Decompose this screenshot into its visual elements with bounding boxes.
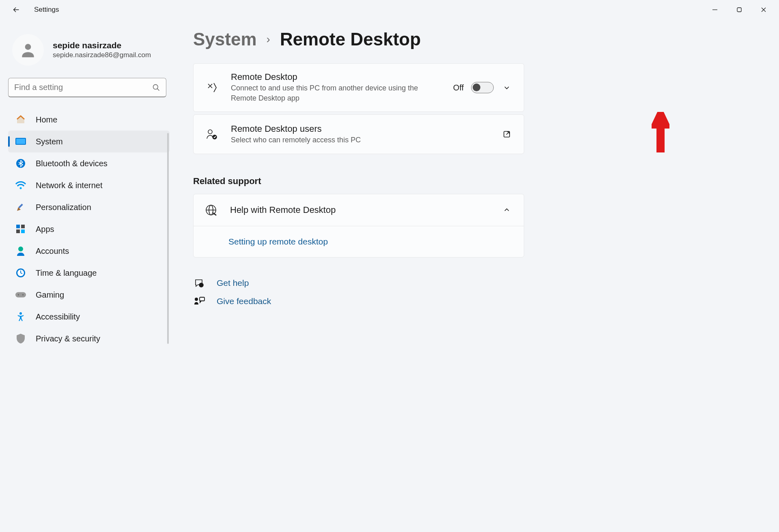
svg-rect-8 <box>16 139 25 144</box>
card-title: Remote Desktop users <box>231 124 489 134</box>
nav-label: Personalization <box>36 203 91 212</box>
maximize-button[interactable] <box>727 1 751 18</box>
nav-label: Accessibility <box>36 312 80 322</box>
help-icon: ? <box>193 278 205 288</box>
svg-point-16 <box>18 247 23 251</box>
user-email: sepide.nasirzade86@gmail.com <box>53 51 151 59</box>
svg-rect-33 <box>656 124 665 152</box>
nav-item-bluetooth[interactable]: Bluetooth & devices <box>8 152 170 174</box>
bluetooth-icon <box>15 158 26 169</box>
svg-rect-12 <box>16 225 20 228</box>
personalization-icon <box>15 202 26 212</box>
accessibility-icon <box>15 311 26 322</box>
svg-point-5 <box>153 84 158 89</box>
accounts-icon <box>15 246 26 256</box>
nav-label: Privacy & security <box>36 334 100 343</box>
card-title: Remote Desktop <box>231 72 441 82</box>
home-icon <box>15 114 26 125</box>
svg-rect-14 <box>16 230 20 233</box>
related-support-heading: Related support <box>193 176 764 187</box>
svg-point-31 <box>195 298 198 301</box>
user-name: sepide nasirzade <box>53 41 151 50</box>
breadcrumb: System › Remote Desktop <box>193 29 764 49</box>
toggle-label: Off <box>453 83 464 92</box>
chevron-right-icon: › <box>267 33 270 46</box>
open-external-icon <box>501 129 512 140</box>
svg-point-20 <box>18 294 19 295</box>
card-desc: Connect to and use this PC from another … <box>231 83 441 103</box>
annotation-arrow <box>652 112 669 152</box>
svg-rect-1 <box>737 8 741 12</box>
users-icon <box>205 128 219 140</box>
nav-item-network[interactable]: Network & internet <box>8 174 170 196</box>
nav-label: Network & internet <box>36 181 103 190</box>
feedback-row[interactable]: Give feedback <box>193 292 764 310</box>
collapse-button[interactable] <box>501 204 512 216</box>
svg-line-6 <box>157 88 159 90</box>
gaming-icon <box>15 290 26 300</box>
search-input[interactable] <box>8 78 166 97</box>
nav-list: Home System Bluetooth & devices Network … <box>8 105 174 350</box>
setup-remote-link[interactable]: Setting up remote desktop <box>228 237 328 246</box>
nav-item-system[interactable]: System <box>8 131 170 152</box>
system-icon <box>15 136 26 147</box>
svg-point-23 <box>208 130 212 134</box>
nav-item-time[interactable]: Time & language <box>8 262 170 284</box>
scrollbar[interactable] <box>167 133 169 344</box>
svg-rect-32 <box>200 297 204 301</box>
nav-label: Bluetooth & devices <box>36 159 108 168</box>
network-icon <box>15 180 26 191</box>
nav-label: Time & language <box>36 268 97 278</box>
avatar <box>12 34 44 66</box>
remote-users-card[interactable]: Remote Desktop users Select who can remo… <box>193 114 524 154</box>
nav-item-personalization[interactable]: Personalization <box>8 196 170 218</box>
nav-label: Home <box>36 115 57 124</box>
svg-point-4 <box>25 44 31 50</box>
svg-rect-11 <box>18 204 23 208</box>
breadcrumb-parent[interactable]: System <box>193 29 257 49</box>
minimize-button[interactable] <box>703 1 727 18</box>
remote-desktop-icon <box>205 82 219 94</box>
nav-label: System <box>36 137 63 146</box>
svg-point-22 <box>19 312 22 315</box>
svg-text:?: ? <box>200 284 202 287</box>
globe-icon <box>205 204 217 216</box>
nav-label: Apps <box>36 225 54 234</box>
close-button[interactable] <box>751 1 776 18</box>
svg-point-21 <box>22 294 24 295</box>
back-button[interactable] <box>10 3 23 16</box>
help-header[interactable]: Help with Remote Desktop <box>194 194 524 226</box>
expand-button[interactable] <box>501 82 512 93</box>
card-desc: Select who can remotely access this PC <box>231 135 489 145</box>
breadcrumb-current: Remote Desktop <box>280 29 421 49</box>
get-help-link: Get help <box>217 278 249 288</box>
svg-rect-19 <box>15 292 26 298</box>
privacy-icon <box>15 333 26 344</box>
main-content: System › Remote Desktop Remote Desktop C… <box>174 19 779 532</box>
nav-label: Gaming <box>36 290 64 300</box>
remote-desktop-card: Remote Desktop Connect to and use this P… <box>193 63 524 112</box>
svg-rect-15 <box>21 230 25 233</box>
nav-item-apps[interactable]: Apps <box>8 218 170 240</box>
get-help-row[interactable]: ? Get help <box>193 274 764 292</box>
help-title: Help with Remote Desktop <box>230 205 488 215</box>
feedback-icon <box>193 296 205 306</box>
nav-item-privacy[interactable]: Privacy & security <box>8 328 170 350</box>
nav-label: Accounts <box>36 247 69 256</box>
search-field[interactable] <box>14 83 152 92</box>
apps-icon <box>15 224 26 234</box>
nav-item-accounts[interactable]: Accounts <box>8 240 170 262</box>
remote-desktop-toggle[interactable] <box>471 82 494 93</box>
search-icon <box>152 84 160 92</box>
user-profile[interactable]: sepide nasirzade sepide.nasirzade86@gmai… <box>8 32 174 78</box>
nav-item-accessibility[interactable]: Accessibility <box>8 306 170 328</box>
feedback-link: Give feedback <box>217 296 271 306</box>
nav-item-home[interactable]: Home <box>8 109 170 131</box>
svg-rect-13 <box>21 225 25 228</box>
help-card: Help with Remote Desktop Setting up remo… <box>193 194 524 257</box>
svg-point-10 <box>20 187 22 189</box>
time-icon <box>15 268 26 278</box>
nav-item-gaming[interactable]: Gaming <box>8 284 170 306</box>
titlebar: Settings <box>0 0 779 19</box>
sidebar: sepide nasirzade sepide.nasirzade86@gmai… <box>0 19 174 532</box>
